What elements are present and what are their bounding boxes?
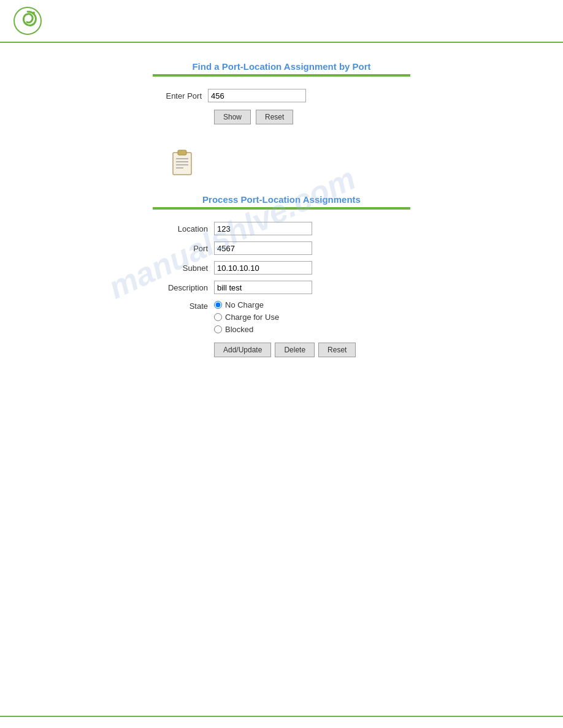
process-section-title-bar (153, 207, 410, 210)
find-section-title: Find a Port-Location Assignment by Port (153, 61, 410, 72)
footer (0, 716, 563, 728)
find-reset-button[interactable]: Reset (256, 110, 293, 124)
blocked-label: Blocked (225, 325, 253, 334)
no-charge-radio[interactable] (214, 301, 222, 309)
no-charge-item: No Charge (214, 300, 279, 309)
company-logo (12, 6, 43, 36)
description-row: Description (153, 281, 410, 294)
process-section-title: Process Port-Location Assignments (153, 194, 410, 205)
delete-button[interactable]: Delete (275, 343, 315, 357)
subnet-row: Subnet (153, 261, 410, 275)
description-label: Description (153, 283, 214, 292)
location-row: Location (153, 222, 410, 235)
no-charge-label: No Charge (225, 300, 264, 309)
process-button-row: Add/Update Delete Reset (153, 343, 410, 357)
find-section-title-bar (153, 74, 410, 77)
process-reset-button[interactable]: Reset (318, 343, 356, 357)
svg-rect-2 (173, 153, 191, 175)
header (0, 0, 563, 43)
enter-port-input[interactable] (208, 89, 306, 102)
enter-port-row: Enter Port (153, 89, 410, 102)
state-row: State No Charge Charge for Use Blocked (153, 300, 410, 334)
add-update-button[interactable]: Add/Update (214, 343, 271, 357)
clipboard-icon (171, 149, 193, 176)
main-content: Find a Port-Location Assignment by Port … (0, 43, 563, 376)
svg-rect-3 (178, 150, 186, 155)
port-row: Port (153, 241, 410, 255)
blocked-item: Blocked (214, 325, 279, 334)
show-button[interactable]: Show (214, 110, 251, 124)
state-radio-group: No Charge Charge for Use Blocked (214, 300, 279, 334)
location-label: Location (153, 224, 214, 233)
charge-for-use-label: Charge for Use (225, 313, 279, 322)
subnet-label: Subnet (153, 264, 214, 273)
state-label: State (153, 300, 214, 311)
clipboard-area (153, 143, 410, 182)
find-button-row: Show Reset (153, 110, 410, 124)
blocked-radio[interactable] (214, 325, 222, 333)
port-label: Port (153, 244, 214, 253)
port-input[interactable] (214, 241, 312, 255)
find-section: Find a Port-Location Assignment by Port … (153, 61, 410, 124)
process-section: Process Port-Location Assignments Locati… (153, 194, 410, 357)
description-input[interactable] (214, 281, 312, 294)
svg-point-1 (33, 12, 35, 14)
subnet-input[interactable] (214, 261, 312, 275)
location-input[interactable] (214, 222, 312, 235)
enter-port-label: Enter Port (153, 91, 208, 100)
charge-for-use-radio[interactable] (214, 313, 222, 321)
charge-for-use-item: Charge for Use (214, 313, 279, 322)
